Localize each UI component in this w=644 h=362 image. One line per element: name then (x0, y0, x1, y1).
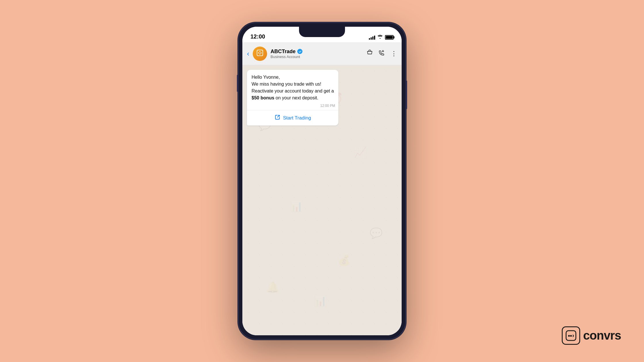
cta-label: Start Trading (283, 115, 311, 121)
chat-background: 💬 📊 💰 📈 🔔 ⏰ 💬 📊 Hello Yvonne, We miss ha… (242, 65, 402, 335)
add-call-icon[interactable] (379, 50, 385, 58)
convrs-icon (562, 326, 580, 345)
external-link-icon (275, 114, 280, 122)
verified-badge (297, 49, 302, 54)
message-timestamp: 12:00 PM (247, 104, 338, 110)
phone-frame: 12:00 ‹ (239, 23, 405, 339)
status-time: 12:00 (250, 33, 265, 40)
signal-icon (369, 35, 375, 40)
start-trading-button[interactable]: Start Trading (247, 110, 338, 126)
back-button[interactable]: ‹ (247, 50, 249, 58)
message-bubble: Hello Yvonne, We miss having you trade w… (247, 70, 338, 126)
svg-point-4 (570, 335, 572, 337)
more-options-icon[interactable]: ⋮ (391, 50, 397, 57)
status-icons (369, 35, 394, 40)
chat-subtitle: Business Account (271, 55, 363, 59)
convrs-logo: convrs (562, 326, 621, 345)
chat-info: ABCTrade Business Account (271, 49, 363, 59)
svg-point-1 (259, 52, 261, 54)
battery-icon (385, 35, 394, 40)
phone-screen: 12:00 ‹ (242, 27, 402, 335)
svg-point-3 (568, 335, 570, 337)
message-text: Hello Yvonne, We miss having you trade w… (252, 74, 334, 101)
chat-name: ABCTrade (271, 49, 363, 55)
avatar-icon (256, 49, 264, 59)
phone-notch (299, 27, 345, 37)
header-actions: ⋮ (367, 50, 397, 58)
convrs-brand-name: convrs (583, 329, 621, 342)
wifi-icon (377, 35, 383, 40)
avatar (253, 47, 267, 61)
shop-icon[interactable] (367, 50, 373, 58)
chat-header: ‹ ABCTrade (242, 42, 402, 65)
message-content: Hello Yvonne, We miss having you trade w… (247, 70, 338, 104)
